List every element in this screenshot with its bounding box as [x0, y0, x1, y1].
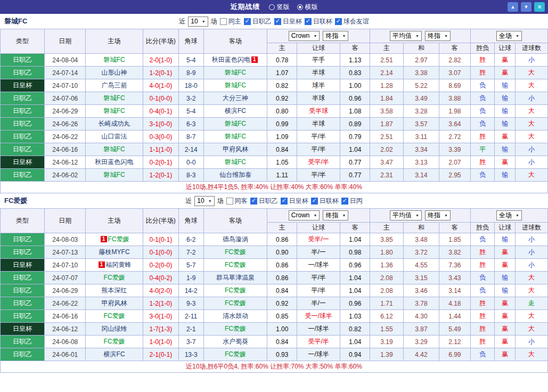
- league-cell: 日职乙: [1, 297, 45, 310]
- league-cell: 日皇杯: [1, 259, 45, 272]
- checkbox-icon: [341, 198, 348, 205]
- avg-home-cell: 3.85: [370, 233, 404, 246]
- checkbox-label: 日皇杯: [283, 17, 302, 26]
- avg-home-cell: 1.87: [370, 118, 404, 130]
- crown-away-odds-cell: 0.89: [340, 118, 370, 130]
- period-select[interactable]: 全场▼: [496, 31, 522, 41]
- titlebar: 近期战绩 竖版横版 ▲▼✕: [0, 0, 548, 14]
- team-link: 水户蜀葵: [223, 338, 248, 345]
- avg-away-cell: 1.85: [439, 233, 470, 246]
- corner-cell: 9-3: [178, 297, 203, 310]
- column-subheader: 让球: [495, 43, 516, 54]
- goals-result-cell: 大: [516, 310, 548, 323]
- avg-home-cell: 3.19: [370, 336, 404, 348]
- column-subheader: 让球: [297, 43, 340, 54]
- corner-cell: 2-11: [178, 310, 203, 323]
- bookmaker-select[interactable]: Crown▼: [289, 31, 320, 41]
- crown-away-odds-cell: 1.04: [340, 233, 370, 246]
- team-link: 长崎成功丸: [99, 120, 130, 127]
- away-team-cell: 德岛漩涡: [203, 233, 267, 246]
- away-team-cell: 秋田蓝色闪电1: [203, 54, 267, 67]
- checkbox-icon: [281, 198, 288, 205]
- handicap-cell: 受一/球半: [297, 310, 340, 323]
- away-team-cell: FC爱媛: [203, 348, 267, 361]
- date-cell: 24-06-12: [45, 323, 86, 336]
- filter-near-label: 近: [179, 17, 185, 26]
- chevron-down-icon: ▼: [314, 34, 317, 38]
- bookmaker-select[interactable]: Crown▼: [289, 210, 320, 220]
- league-filter-checkbox[interactable]: 日职乙: [244, 17, 272, 26]
- league-filter-checkbox[interactable]: 日联杯: [311, 197, 339, 206]
- avg-draw-cell: 3.46: [403, 284, 439, 297]
- rank-badge: 1: [251, 56, 258, 63]
- header-row: 类型日期主场比分(半场)角球客场Crown▼终指▼平均值▼终指▼全场▼: [1, 29, 548, 43]
- league-filter-checkbox[interactable]: 球会友谊: [335, 17, 369, 26]
- layout-radio-option[interactable]: 竖版: [269, 3, 290, 12]
- crown-away-odds-cell: 0.77: [340, 169, 370, 182]
- filter-bar: 近10▼场同客日职乙日皇杯日联杯日丙: [185, 196, 362, 206]
- home-team-cell: FC爱媛: [86, 272, 143, 284]
- handicap-cell: 半球: [297, 92, 340, 105]
- match-result-cell: 胜: [470, 310, 495, 323]
- odds-type-select[interactable]: 终指▼: [425, 210, 451, 220]
- same-venue-checkbox[interactable]: 同主: [220, 17, 241, 26]
- goals-result-cell: 大: [516, 118, 548, 130]
- match-result-cell: 负: [470, 233, 495, 246]
- average-select[interactable]: 平均值▼: [390, 31, 422, 41]
- handicap-cell: 球半: [297, 79, 340, 92]
- odds-type-select[interactable]: 终指▼: [425, 31, 451, 41]
- period-select[interactable]: 全场▼: [496, 210, 522, 220]
- handicap-result-cell: 赢: [495, 348, 516, 361]
- crown-away-odds-cell: 1.04: [340, 272, 370, 284]
- chevron-down-icon: ▼: [202, 20, 206, 23]
- column-header: 比分(半场): [143, 29, 178, 54]
- avg-home-cell: 2.14: [370, 67, 404, 79]
- avg-away-cell: 3.39: [439, 143, 470, 156]
- league-filter-checkbox[interactable]: 日联杯: [305, 17, 332, 26]
- corner-cell: 0-0: [178, 156, 203, 169]
- match-count-select[interactable]: 10▼: [188, 17, 208, 27]
- score-cell: 0-1(0-0): [143, 246, 178, 259]
- odds-type-select[interactable]: 终指▼: [323, 31, 348, 41]
- column-subheader: 和: [403, 223, 439, 233]
- avg-draw-cell: 3.29: [403, 336, 439, 348]
- league-cell: 日职乙: [1, 143, 45, 156]
- corner-cell: 8-7: [178, 130, 203, 143]
- team-link: FC爱媛: [108, 235, 129, 243]
- average-select[interactable]: 平均值▼: [390, 210, 422, 220]
- league-filter-checkbox[interactable]: 日丙: [341, 197, 363, 206]
- close-button[interactable]: ✕: [534, 2, 545, 12]
- avg-home-cell: 2.08: [370, 272, 404, 284]
- league-filter-checkbox[interactable]: 日皇杯: [274, 17, 302, 26]
- layout-radio-option[interactable]: 横版: [297, 3, 318, 12]
- corner-cell: 5-4: [178, 54, 203, 67]
- odds-type-select[interactable]: 终指▼: [323, 210, 348, 220]
- avg-home-cell: 2.31: [370, 169, 404, 182]
- avg-away-cell: 2.72: [439, 130, 470, 143]
- handicap-result-cell: 赢: [495, 336, 516, 348]
- column-subheader: 进球数: [516, 223, 548, 233]
- team-link: 磐城FC: [225, 120, 246, 127]
- league-filter-checkbox[interactable]: 日职乙: [250, 197, 278, 206]
- crown-away-odds-cell: 1.04: [340, 143, 370, 156]
- crown-home-odds-cell: 0.80: [267, 105, 297, 118]
- checkbox-label: 日皇杯: [289, 197, 308, 206]
- crown-away-odds-cell: 0.94: [340, 348, 370, 361]
- match-count-select[interactable]: 10▼: [194, 196, 214, 206]
- table-row: 日职乙24-06-22甲府风林1-2(1-0)9-3FC爱媛0.92半/一0.9…: [1, 297, 548, 310]
- table-row: 日职乙24-06-26长崎成功丸3-1(0-0)6-3磐城FC0.99半球0.8…: [1, 118, 548, 130]
- table-row: 日职乙24-06-02磐城FC1-2(0-1)8-3仙台维加泰1.11平/半0.…: [1, 169, 548, 182]
- scroll-down-button[interactable]: ▼: [521, 2, 531, 12]
- scroll-up-button[interactable]: ▲: [508, 2, 518, 12]
- column-header: 类型: [1, 29, 45, 54]
- table-row: 日职乙24-06-29磐城FC0-4(0-1)5-4横滨FC0.80受半球1.0…: [1, 105, 548, 118]
- avg-draw-cell: 3.72: [403, 246, 439, 259]
- home-team-cell: 广岛三箭: [86, 79, 143, 92]
- home-team-cell: 山形山神: [86, 67, 143, 79]
- league-filter-checkbox[interactable]: 日皇杯: [281, 197, 308, 206]
- same-venue-checkbox[interactable]: 同客: [226, 197, 248, 206]
- crown-home-odds-cell: 1.07: [267, 67, 297, 79]
- corner-cell: 18-0: [178, 79, 203, 92]
- goals-result-cell: 小: [516, 259, 548, 272]
- handicap-cell: 受平/半: [297, 156, 340, 169]
